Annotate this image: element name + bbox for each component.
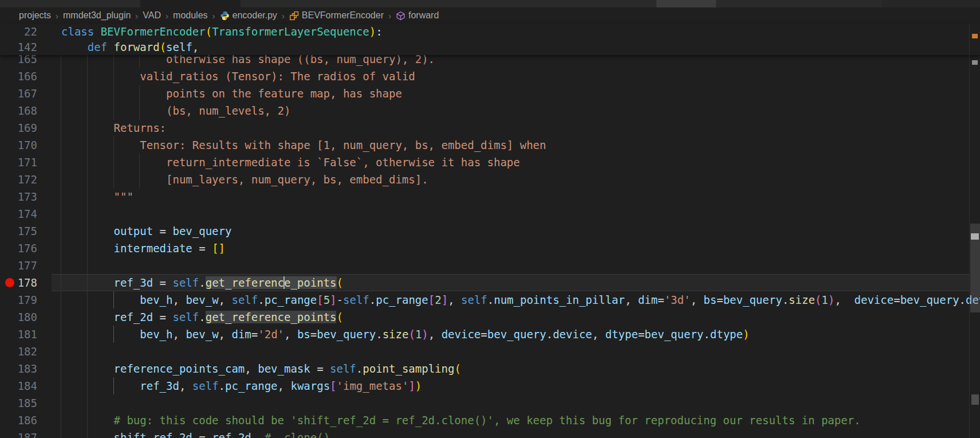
- code-line-185[interactable]: 185: [0, 394, 970, 412]
- line-number[interactable]: 166: [0, 68, 37, 85]
- code-text: class BEVFormerEncoder(TransformerLayerS…: [61, 24, 383, 40]
- code-line-166[interactable]: 166 valid_ratios (Tensor): The radios of…: [0, 68, 970, 85]
- line-number[interactable]: 175: [0, 222, 37, 240]
- line-number[interactable]: 182: [0, 343, 37, 360]
- code-line-182[interactable]: 182: [0, 343, 970, 360]
- line-number[interactable]: 169: [0, 119, 37, 136]
- line-number[interactable]: 187: [0, 429, 37, 438]
- code-line-173[interactable]: 173 """: [0, 188, 970, 205]
- indent-guide: [87, 205, 88, 222]
- code-text: bev_h, bev_w, dim='2d', bs=bev_query.siz…: [61, 326, 749, 343]
- code-text: Tensor: Results with shape [1, num_query…: [61, 136, 546, 154]
- code-text: (bs, num_levels, 2): [61, 102, 290, 119]
- line-number[interactable]: 184: [0, 377, 37, 394]
- code-line-186[interactable]: 186 # bug: this code should be 'shift_re…: [0, 412, 970, 429]
- sticky-line-142[interactable]: 142 def forward(self,: [0, 40, 970, 57]
- indent-guide: [61, 394, 61, 412]
- code-line-167[interactable]: 167 points on the feature map, has shape: [0, 85, 970, 102]
- code-line-177[interactable]: 177: [0, 257, 970, 274]
- code-text: ref_2d = self.get_reference_points(: [61, 308, 343, 326]
- code-line-180[interactable]: 180 ref_2d = self.get_reference_points(: [0, 308, 970, 326]
- indent-guide: [87, 394, 88, 412]
- line-number[interactable]: 186: [0, 412, 37, 429]
- overview-marker-orange: [972, 34, 978, 38]
- code-editor[interactable]: 165 otherwise has shape ((bs, num_query)…: [0, 0, 980, 438]
- code-line-168[interactable]: 168 (bs, num_levels, 2): [0, 102, 970, 119]
- code-line-187[interactable]: 187 shift_ref_2d = ref_2d # .clone(): [0, 429, 970, 438]
- code-line-172[interactable]: 172 [num_layers, num_query, bs, embed_di…: [0, 171, 970, 188]
- line-number[interactable]: 167: [0, 85, 37, 102]
- code-text: output = bev_query: [61, 222, 231, 240]
- sticky-scroll-header[interactable]: 22class BEVFormerEncoder(TransformerLaye…: [0, 24, 980, 55]
- code-line-174[interactable]: 174: [0, 205, 970, 222]
- overview-marker-gray: [972, 60, 978, 65]
- code-text: ref_3d, self.pc_range, kwargs['img_metas…: [61, 377, 422, 394]
- code-line-169[interactable]: 169 Returns:: [0, 119, 970, 136]
- code-text: shift_ref_2d = ref_2d # .clone(): [61, 429, 330, 438]
- code-text: valid_ratios (Tensor): The radios of val…: [61, 68, 415, 85]
- line-number[interactable]: 183: [0, 360, 37, 377]
- code-line-178[interactable]: 178 ref_3d = self.get_reference_points(: [0, 274, 970, 291]
- line-number[interactable]: 173: [0, 188, 37, 205]
- code-text: Returns:: [61, 119, 166, 136]
- sticky-line-22[interactable]: 22class BEVFormerEncoder(TransformerLaye…: [0, 24, 970, 41]
- line-number[interactable]: 168: [0, 102, 37, 119]
- editor-scrollbar[interactable]: [969, 24, 980, 438]
- code-text: points on the feature map, has shape: [61, 85, 402, 102]
- line-number[interactable]: 177: [0, 257, 37, 274]
- code-line-183[interactable]: 183 reference_points_cam, bev_mask = sel…: [0, 360, 970, 377]
- indent-guide: [87, 257, 88, 274]
- line-number[interactable]: 172: [0, 171, 37, 188]
- line-number[interactable]: 185: [0, 394, 37, 412]
- line-number[interactable]: 178: [0, 274, 37, 291]
- line-number[interactable]: 170: [0, 136, 37, 154]
- code-line-171[interactable]: 171 return_intermediate is `False`, othe…: [0, 154, 970, 171]
- code-text: """: [61, 188, 133, 205]
- line-number[interactable]: 180: [0, 308, 37, 326]
- code-line-175[interactable]: 175 output = bev_query: [0, 222, 970, 240]
- code-line-184[interactable]: 184 ref_3d, self.pc_range, kwargs['img_m…: [0, 377, 970, 394]
- code-line-170[interactable]: 170 Tensor: Results with shape [1, num_q…: [0, 136, 970, 154]
- code-text: return_intermediate is `False`, otherwis…: [61, 154, 520, 171]
- code-text: ref_3d = self.get_reference_points(: [61, 274, 343, 291]
- indent-guide: [87, 343, 88, 360]
- code-line-181[interactable]: 181 bev_h, bev_w, dim='2d', bs=bev_query…: [0, 326, 970, 343]
- overview-marker-faint: [971, 394, 979, 405]
- code-text: reference_points_cam, bev_mask = self.po…: [61, 360, 461, 377]
- vscode-editor-window: projects›mmdet3d_plugin›VAD›modules›enco…: [0, 0, 980, 438]
- code-line-179[interactable]: 179 bev_h, bev_w, self.pc_range[5]-self.…: [0, 291, 970, 308]
- indent-guide: [61, 257, 61, 274]
- code-text: def forward(self,: [61, 40, 199, 55]
- line-number[interactable]: 142: [0, 40, 37, 55]
- code-line-176[interactable]: 176 intermediate = []: [0, 240, 970, 257]
- line-number[interactable]: 181: [0, 326, 37, 343]
- overview-cursor-marker: [971, 233, 979, 240]
- line-number[interactable]: 174: [0, 205, 37, 222]
- indent-guide: [61, 205, 61, 222]
- line-number[interactable]: 176: [0, 240, 37, 257]
- code-text: intermediate = []: [61, 240, 225, 257]
- line-number[interactable]: 179: [0, 291, 37, 308]
- code-text: [num_layers, num_query, bs, embed_dims].: [61, 171, 428, 188]
- indent-guide: [61, 343, 61, 360]
- line-number[interactable]: 22: [0, 24, 37, 40]
- code-text: bev_h, bev_w, self.pc_range[5]-self.pc_r…: [61, 291, 980, 308]
- code-text: # bug: this code should be 'shift_ref_2d…: [61, 412, 861, 429]
- line-number[interactable]: 171: [0, 154, 37, 171]
